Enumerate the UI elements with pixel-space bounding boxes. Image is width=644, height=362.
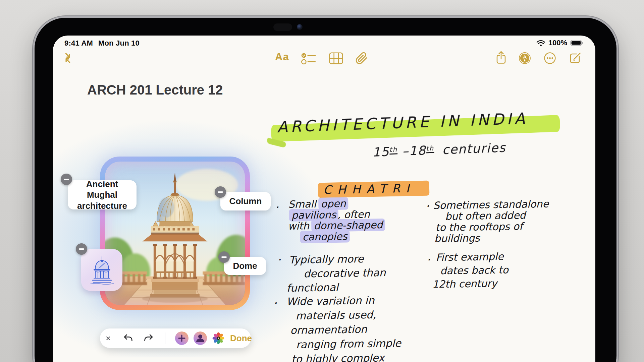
hand-text: Wide variation in <box>286 293 401 309</box>
label-text: Dome <box>233 261 257 271</box>
handwritten-subheading: 15th–18thcenturies <box>372 140 506 160</box>
hand-text: ranging from simple <box>296 336 401 352</box>
highlighted-word: dome-shaped <box>311 219 385 232</box>
handwritten-bullet-dot: · <box>277 253 281 266</box>
bullet-standalone: Sometimes standalone but often added to … <box>433 198 549 244</box>
hand-text: materials used, <box>296 307 401 323</box>
remove-badge-dome[interactable] <box>218 251 230 263</box>
remove-badge-mughal[interactable] <box>61 174 72 185</box>
bullet-wide-variation: Wide variation in materials used, orname… <box>286 293 401 362</box>
hand-text: First example <box>436 250 508 264</box>
add-element-button[interactable] <box>175 331 189 345</box>
compose-icon <box>569 51 582 64</box>
checklist-icon <box>301 53 316 65</box>
markup-button[interactable] <box>519 52 531 65</box>
share-icon <box>495 50 507 64</box>
sub-number: 15 <box>372 144 390 160</box>
desktop-background: 9:41 AM Mon Jun 10 100% <box>0 0 644 362</box>
hand-text: to highly complex <box>291 351 401 362</box>
sub-ordinal: th <box>426 144 434 153</box>
highlighted-word: open <box>318 197 348 210</box>
hand-text: Typically more <box>289 251 386 267</box>
pencil-tip-circle-icon <box>519 52 531 64</box>
table-icon <box>329 52 343 64</box>
toolbar-divider <box>165 333 165 344</box>
format-text-button[interactable]: Aa <box>275 51 289 63</box>
format-label: Aa <box>275 51 289 63</box>
flower-icon <box>212 331 225 345</box>
highlighted-word: canopies <box>300 230 350 243</box>
attachment-button[interactable] <box>355 52 368 66</box>
plus-icon <box>175 331 189 345</box>
label-tag-column[interactable]: Column <box>220 192 271 210</box>
label-text: Column <box>229 196 262 206</box>
handwritten-bullet-dot: · <box>275 200 278 214</box>
insert-table-button[interactable] <box>329 52 343 65</box>
hand-text: but often added <box>445 209 549 222</box>
handwritten-bullet-dot: · <box>425 199 429 213</box>
hand-text: Small <box>288 198 319 210</box>
sub-word: centuries <box>442 140 506 157</box>
handwritten-bullet-dot: · <box>426 253 430 266</box>
label-tag-dome[interactable]: Dome <box>224 257 266 275</box>
checklist-button[interactable] <box>301 53 316 66</box>
minus-icon <box>221 256 227 258</box>
status-bar-right: 100% <box>536 39 584 47</box>
hand-text: buildings <box>434 232 549 244</box>
sketch-thumbnail[interactable] <box>81 249 122 291</box>
minus-icon <box>64 179 69 180</box>
ipad-device-frame: 9:41 AM Mon Jun 10 100% <box>35 18 616 362</box>
redo-button[interactable] <box>144 334 153 343</box>
remove-badge-sketch[interactable] <box>76 243 87 255</box>
battery-icon <box>570 40 584 46</box>
done-button[interactable]: Done <box>230 333 252 344</box>
paperclip-icon <box>355 52 368 65</box>
note-title[interactable]: ARCH 201 Lecture 12 <box>87 82 223 98</box>
minus-icon <box>218 191 223 193</box>
chhatri-sketch-icon <box>87 255 117 286</box>
status-bar-left: 9:41 AM Mon Jun 10 <box>64 39 140 48</box>
collapse-note-button[interactable] <box>62 52 74 65</box>
wifi-icon <box>536 40 545 47</box>
bullet-decorative: Typically more decorative than functiona… <box>289 251 386 295</box>
undo-icon <box>123 334 133 342</box>
more-button[interactable] <box>544 52 556 65</box>
person-icon <box>194 331 207 345</box>
image-edit-toolbar: Done <box>100 328 251 348</box>
hand-text: decorative than <box>304 265 386 281</box>
hand-text: with <box>288 220 313 232</box>
camera-housing <box>273 23 292 31</box>
image-playground-button[interactable] <box>212 331 225 346</box>
label-text: Ancient Mughal architecture <box>74 179 130 212</box>
ellipsis-circle-icon <box>544 52 556 64</box>
hand-text: functional <box>286 280 386 295</box>
front-camera <box>297 24 303 30</box>
close-button[interactable] <box>102 333 114 344</box>
bullet-first-example: First example dates back to 12th century <box>432 250 508 291</box>
hand-text: 12th century <box>432 277 508 291</box>
bullet-small-open-pavilions: Small open pavilions, often with dome-sh… <box>288 198 384 243</box>
arrows-collapse-icon <box>62 52 74 64</box>
status-time: 9:41 AM <box>64 39 93 48</box>
sub-number: –18 <box>402 143 426 158</box>
status-date: Mon Jun 10 <box>98 39 140 48</box>
people-button[interactable] <box>194 331 207 345</box>
x-icon <box>106 336 111 341</box>
minus-icon <box>79 248 84 250</box>
hand-text: Sometimes standalone <box>433 198 549 211</box>
hand-text: dates back to <box>440 263 508 278</box>
remove-badge-column[interactable] <box>215 186 226 198</box>
compose-button[interactable] <box>569 51 582 65</box>
hand-text: to the rooftops of <box>435 221 549 233</box>
undo-button[interactable] <box>123 334 133 343</box>
redo-icon <box>144 334 153 342</box>
sub-ordinal: th <box>389 146 398 154</box>
notes-app-screen: 9:41 AM Mon Jun 10 100% <box>53 36 595 362</box>
handwritten-section-title: CHHATRI <box>323 181 415 197</box>
label-tag-mughal[interactable]: Ancient Mughal architecture <box>68 180 137 209</box>
hand-text: ornamentation <box>290 322 401 338</box>
share-button[interactable] <box>495 50 507 65</box>
battery-percent: 100% <box>548 39 567 47</box>
handwritten-bullet-dot: · <box>273 296 277 310</box>
